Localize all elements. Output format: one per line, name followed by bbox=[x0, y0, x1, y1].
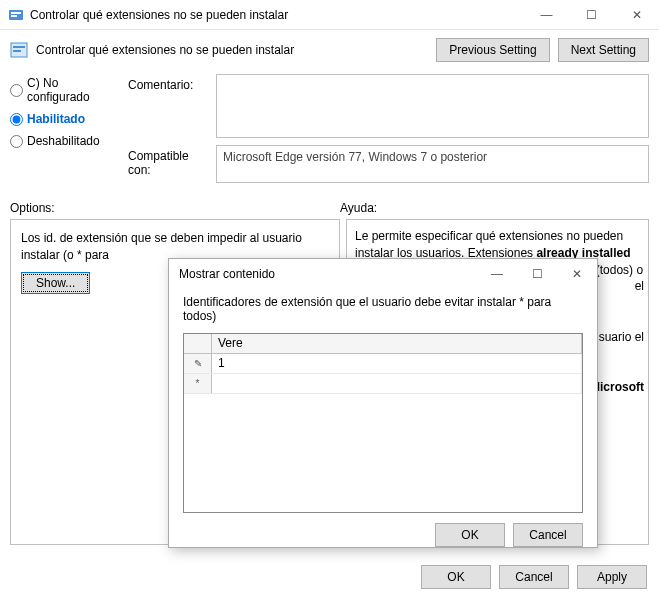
options-heading: Options: bbox=[10, 201, 340, 215]
show-button[interactable]: Show... bbox=[21, 272, 90, 294]
main-apply-button[interactable]: Apply bbox=[577, 565, 647, 589]
new-row-icon: * bbox=[196, 378, 200, 389]
modal-description: Identificadores de extensión que el usua… bbox=[183, 295, 583, 323]
grid-corner-cell bbox=[184, 334, 212, 353]
svg-rect-2 bbox=[11, 15, 17, 17]
radio-enabled-input[interactable] bbox=[10, 113, 23, 126]
previous-setting-button[interactable]: Previous Setting bbox=[436, 38, 549, 62]
help-heading: Ayuda: bbox=[340, 201, 377, 215]
close-button[interactable]: ✕ bbox=[614, 0, 659, 30]
next-setting-button[interactable]: Next Setting bbox=[558, 38, 649, 62]
radio-not-configured-label: C) No configurado bbox=[27, 76, 120, 104]
modal-minimize-button[interactable]: — bbox=[477, 259, 517, 289]
policy-icon bbox=[10, 41, 28, 59]
svg-rect-5 bbox=[13, 50, 21, 52]
grid-row-2[interactable]: * bbox=[184, 374, 582, 394]
modal-cancel-button[interactable]: Cancel bbox=[513, 523, 583, 547]
pencil-icon: ✎ bbox=[194, 358, 202, 369]
radio-disabled-label: Deshabilitado bbox=[27, 134, 100, 148]
comment-textarea[interactable] bbox=[216, 74, 649, 138]
svg-rect-1 bbox=[11, 12, 21, 14]
radio-enabled[interactable]: Habilitado bbox=[10, 112, 120, 126]
value-grid[interactable]: Vere ✎ 1 * bbox=[183, 333, 583, 513]
state-radio-group: C) No configurado Habilitado Deshabilita… bbox=[10, 74, 120, 156]
grid-row-2-indicator: * bbox=[184, 374, 212, 393]
svg-rect-4 bbox=[13, 46, 25, 48]
window-title: Controlar qué extensiones no se pueden i… bbox=[30, 8, 524, 22]
compat-label: Compatible con: bbox=[128, 145, 208, 177]
radio-not-configured-input[interactable] bbox=[10, 84, 23, 97]
policy-title: Controlar qué extensiones no se pueden i… bbox=[36, 43, 294, 57]
grid-row-2-value[interactable] bbox=[212, 374, 582, 393]
modal-ok-button[interactable]: OK bbox=[435, 523, 505, 547]
modal-dialog-buttons: OK Cancel bbox=[169, 513, 597, 557]
grid-column-header[interactable]: Vere bbox=[212, 334, 582, 353]
modal-titlebar: Mostrar contenido — ☐ ✕ bbox=[169, 259, 597, 289]
radio-enabled-label: Habilitado bbox=[27, 112, 85, 126]
window-controls: — ☐ ✕ bbox=[524, 0, 659, 30]
radio-not-configured[interactable]: C) No configurado bbox=[10, 76, 120, 104]
compat-textarea[interactable]: Microsoft Edge versión 77, Windows 7 o p… bbox=[216, 145, 649, 183]
main-ok-button[interactable]: OK bbox=[421, 565, 491, 589]
radio-disabled-input[interactable] bbox=[10, 135, 23, 148]
policy-header: Controlar qué extensiones no se pueden i… bbox=[0, 30, 659, 74]
comment-label: Comentario: bbox=[128, 74, 208, 92]
modal-maximize-button[interactable]: ☐ bbox=[517, 259, 557, 289]
grid-header-row: Vere bbox=[184, 334, 582, 354]
grid-row-1[interactable]: ✎ 1 bbox=[184, 354, 582, 374]
grid-row-1-indicator: ✎ bbox=[184, 354, 212, 373]
show-contents-dialog: Mostrar contenido — ☐ ✕ Identificadores … bbox=[168, 258, 598, 548]
modal-close-button[interactable]: ✕ bbox=[557, 259, 597, 289]
window-titlebar: Controlar qué extensiones no se pueden i… bbox=[0, 0, 659, 30]
radio-disabled[interactable]: Deshabilitado bbox=[10, 134, 120, 148]
app-icon bbox=[8, 7, 24, 23]
main-dialog-buttons: OK Cancel Apply bbox=[421, 565, 647, 589]
main-cancel-button[interactable]: Cancel bbox=[499, 565, 569, 589]
modal-title: Mostrar contenido bbox=[179, 267, 477, 281]
grid-row-1-value[interactable]: 1 bbox=[212, 354, 582, 373]
maximize-button[interactable]: ☐ bbox=[569, 0, 614, 30]
minimize-button[interactable]: — bbox=[524, 0, 569, 30]
